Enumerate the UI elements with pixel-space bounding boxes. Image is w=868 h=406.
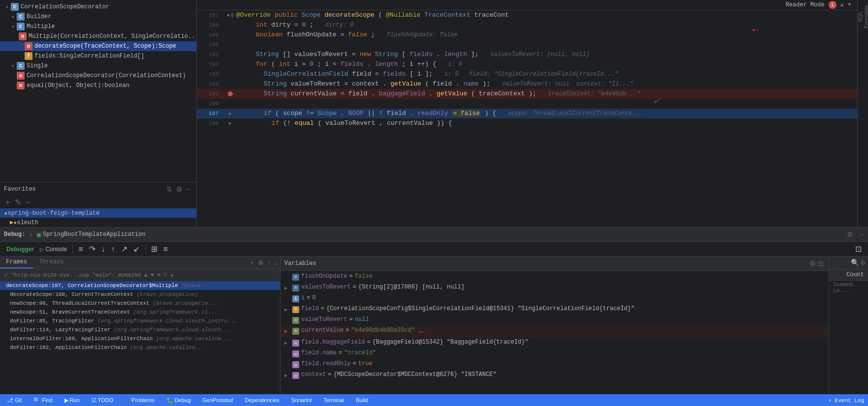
step-over-btn[interactable]: ↷ [87, 243, 98, 255]
variables-settings-btn[interactable]: ⚙ [808, 259, 817, 268]
status-debug[interactable]: 🐛 Debug [163, 397, 193, 404]
run-to-cursor-btn[interactable]: ↗ [119, 243, 130, 255]
expand-frame-btn[interactable]: ↑ [266, 257, 273, 268]
var-value: {String[2]@17086} [null, null] [358, 284, 465, 290]
status-terminal[interactable]: Terminal [321, 397, 347, 404]
favorites-settings-btn[interactable]: ⚙ [174, 184, 185, 194]
sidebar-item-fields[interactable]: f fields:SingleCorrelationField[] [0, 51, 196, 61]
status-dependencies[interactable]: Dependencies [242, 397, 282, 404]
remove-favorite-btn[interactable]: − [25, 198, 32, 207]
var-field-baggagefield[interactable]: ▶ ∞ field.baggageField = {BaggageField@1… [280, 338, 829, 348]
code-line-193: 193 SingleCorrelationField field = field… [197, 69, 857, 79]
step-into-btn[interactable]: ↓ [99, 243, 108, 255]
status-run[interactable]: ▶ Run [62, 397, 83, 404]
console-tab[interactable]: ▷ Console [37, 244, 69, 254]
var-currentvalue[interactable]: ▶ ≡ currentValue = "e4e90db4b00a39cd" ← [280, 326, 829, 338]
sidebar-item-builder[interactable]: ▾ C Builder [0, 12, 196, 22]
search-icon[interactable]: 🔍 [851, 259, 859, 267]
sidebar-item-constructor2[interactable]: m CorrelationScopeDecorator(CorrelationC… [0, 71, 196, 81]
frame-item-0[interactable]: decorateScope:197, CorrelationScopeDecor… [0, 281, 280, 290]
var-eq: = [367, 339, 371, 346]
var-context[interactable]: ▶ ∞ context = {MDCScopeDecorator$MDCCont… [280, 370, 829, 381]
debug-minimize-btn[interactable]: − [858, 230, 864, 239]
add-frame-btn[interactable]: + [248, 257, 256, 268]
status-problems[interactable]: ⚠ Problems [122, 397, 157, 404]
var-eq: = [339, 349, 342, 356]
star-icon: ★ [13, 219, 17, 226]
var-i[interactable]: i i = 0 [280, 293, 829, 304]
method-icon: m [17, 82, 25, 89]
var-value: "e4e90db4b00a39cd" [351, 327, 415, 334]
variables-layout-btn[interactable]: ⊡ [817, 259, 825, 268]
debugger-tab[interactable]: Debugger [4, 244, 36, 254]
var-name: valueToRevert [301, 316, 347, 323]
status-find[interactable]: 🔍 Find [31, 397, 55, 404]
frame-item-6[interactable]: internalDoFilter:189, ApplicationFilterC… [0, 334, 280, 343]
frames-view-btn[interactable]: ⊞ [149, 243, 160, 255]
var-field-readonly[interactable]: ∞ field.readOnly = true [280, 359, 829, 370]
sidebar-item-single[interactable]: ▾ C Single [0, 61, 196, 71]
code-line-195: 195 String currentValue = field . baggag… [197, 89, 857, 99]
frame-item-4[interactable]: doFilter:85, TracingFilter (org.springfr… [0, 317, 280, 325]
var-flushouonupdate[interactable]: ≡ flushOnUpdate = false [280, 272, 829, 283]
frame-location: doFilter:162, ApplicationFilterChain [10, 345, 130, 350]
method-icon: m [17, 72, 25, 80]
running-thread[interactable]: ✓ "http-nio-9120-exe...oup "main": RUNNI… [0, 269, 280, 281]
frame-detail: (org.springframework.cloud.sleuth... [114, 327, 231, 333]
var-field[interactable]: ▶ ≡ field = {CorrelationScopeConfig$Sing… [280, 304, 829, 315]
sidebar-item-decoratescope[interactable]: m decorateScope(TraceContext, Scope):Sco… [0, 41, 196, 51]
collapse-frame-btn[interactable]: ↓ [273, 257, 280, 268]
step-out-btn[interactable]: ↑ [109, 243, 118, 255]
frame-item-7[interactable]: doFilter:162, ApplicationFilterChain (or… [0, 343, 280, 352]
debug-settings-btn[interactable]: ⚙ [846, 230, 854, 239]
var-valuetorevert[interactable]: ≡ valueToRevert = null [280, 315, 829, 326]
var-valuestorevert[interactable]: ▶ ≡ valuesToRevert = {String[2]@17086} [… [280, 283, 829, 293]
nav-up[interactable]: ▲ [840, 1, 844, 8]
sidebar-item-constructor[interactable]: m Multiple(CorrelationContext, SingleCor… [0, 31, 196, 41]
frame-item-2[interactable]: newScope:98, ThreadLocalCurrentTraceCont… [0, 299, 280, 308]
status-build[interactable]: Build [353, 397, 371, 404]
frame-item-1[interactable]: decorateScope:108, CurrentTraceContext (… [0, 290, 280, 299]
layout-btn[interactable]: ⊡ [853, 243, 864, 255]
filter-btn[interactable]: ⊗ [256, 257, 266, 268]
field-icon: f [25, 52, 32, 60]
line-num: 191 [199, 52, 218, 58]
count-gear-icon[interactable]: ⚙ [861, 259, 865, 267]
frame-item-3[interactable]: newScope:51, BraveCurrentTraceContext (o… [0, 308, 280, 317]
close-debug-tab[interactable]: ✕ [29, 231, 32, 238]
edit-favorite-btn[interactable]: ✎ [13, 197, 23, 207]
code-text: for ( int i = 0 ; i < fields . length ; [236, 59, 855, 69]
sidebar-item-correlationscopedecorator[interactable]: ▾ C CorrelationScopeDecorator [0, 2, 196, 12]
class-icon: C [17, 62, 25, 70]
add-favorite-btn[interactable]: + [4, 198, 11, 207]
expand-icon: ▾ [10, 13, 16, 21]
sql-formatter-btn[interactable]: SQL Formatter [859, 2, 868, 31]
settings-btn[interactable]: ≡ [161, 243, 170, 255]
restore-btn[interactable]: ≡ [76, 243, 85, 255]
status-git[interactable]: ⎇ Git [4, 397, 25, 404]
count-search-bar: 🔍 ⚙ [829, 257, 868, 269]
add-breakpoint-btn[interactable]: + [170, 271, 174, 279]
var-eq: = [321, 305, 324, 312]
expand-icon: ▶ [284, 327, 292, 334]
status-todo[interactable]: ☑ TODO [89, 397, 116, 404]
sidebar-item-multiple[interactable]: ▾ C Multiple [0, 22, 196, 31]
code-content[interactable]: 187 ● @ @Override public Scope decorateS… [197, 10, 857, 227]
tab-frames[interactable]: Frames [0, 257, 33, 268]
var-eq: = [349, 316, 353, 323]
var-field-name[interactable]: ∞ field.name = "traceId" [280, 348, 829, 359]
evaluate-btn[interactable]: ↙ [131, 243, 142, 255]
status-genprotobuf[interactable]: GenProtobuf [199, 397, 236, 404]
status-sonarint[interactable]: SonarInt [288, 397, 315, 404]
nav-down[interactable]: ▼ [848, 1, 851, 8]
line-num: 194 [199, 81, 218, 87]
favorites-sort-btn[interactable]: ⇅ [164, 184, 174, 194]
favorite-item-0[interactable]: ★ spring-boot-feign-template [0, 208, 196, 218]
favorites-close-btn[interactable]: − [185, 184, 192, 194]
sidebar-item-equal[interactable]: m equal(Object, Object):boolean [0, 81, 196, 90]
expand-icon: ▶ [10, 219, 13, 226]
breakpoint-icon[interactable] [228, 91, 233, 96]
frame-item-5[interactable]: doFilter:114, LazyTracingFilter (org.spr… [0, 325, 280, 334]
tab-threads[interactable]: Threads [33, 257, 69, 268]
favorite-item-1[interactable]: ▶ ★ sleuth [0, 218, 196, 227]
